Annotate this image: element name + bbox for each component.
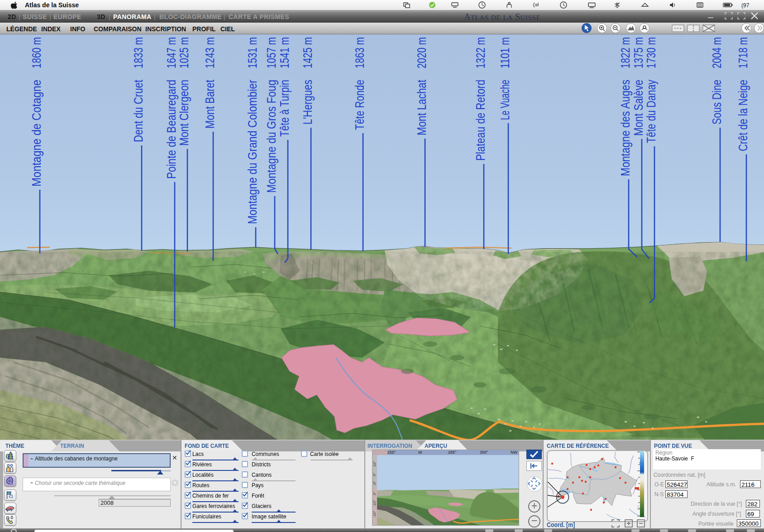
svg-text:2004 m: 2004 m xyxy=(710,37,724,68)
svg-text:Montagne de Cotagne: Montagne de Cotagne xyxy=(30,80,43,187)
svg-text:1375 m: 1375 m xyxy=(632,37,645,68)
svg-text:Dent du Cruet: Dent du Cruet xyxy=(132,80,145,142)
svg-text:Pointe de Beauregard: Pointe de Beauregard xyxy=(165,80,178,179)
svg-text:1860 m: 1860 m xyxy=(30,37,43,68)
svg-text:1822 m: 1822 m xyxy=(619,37,632,68)
svg-text:1322 m: 1322 m xyxy=(474,37,487,68)
svg-text:1718 m: 1718 m xyxy=(736,37,750,68)
svg-text:Montagne du Gros Foug: Montagne du Gros Foug xyxy=(265,80,278,193)
svg-text:Sous Dine: Sous Dine xyxy=(710,80,724,125)
svg-text:1647 m: 1647 m xyxy=(165,37,178,68)
svg-text:L'Hergues: L'Hergues xyxy=(301,80,315,125)
svg-text:Mont Lachat: Mont Lachat xyxy=(415,80,429,135)
svg-text:1833 m: 1833 m xyxy=(132,37,145,68)
svg-text:Tête du Danay: Tête du Danay xyxy=(645,80,658,143)
svg-text:1025 m: 1025 m xyxy=(177,37,191,68)
svg-text:(97: (97 xyxy=(741,2,750,9)
svg-text:1730 m: 1730 m xyxy=(645,37,658,68)
svg-text:1863 m: 1863 m xyxy=(353,37,367,68)
svg-text:Tête Ronde: Tête Ronde xyxy=(353,80,367,130)
svg-text:2020 m: 2020 m xyxy=(415,37,429,68)
svg-text:Mont Salève: Mont Salève xyxy=(632,80,645,136)
svg-text:Tête à Turpin: Tête à Turpin xyxy=(278,80,291,137)
svg-text:Mont Clergeon: Mont Clergeon xyxy=(177,80,191,146)
svg-text:1541 m: 1541 m xyxy=(278,37,291,68)
svg-text:1531 m: 1531 m xyxy=(246,37,259,68)
svg-text:Plateau de Retord: Plateau de Retord xyxy=(474,80,487,161)
svg-text:1101 m: 1101 m xyxy=(498,37,512,68)
svg-text:1425 m: 1425 m xyxy=(301,37,315,68)
svg-text:Mont Baret: Mont Baret xyxy=(203,80,217,129)
svg-text:Le Vuache: Le Vuache xyxy=(498,80,512,120)
svg-text:Crêt de la Neige: Crêt de la Neige xyxy=(736,80,750,151)
svg-text:Montagne des Auges: Montagne des Auges xyxy=(619,80,632,176)
svg-text:1243 m: 1243 m xyxy=(203,37,217,68)
svg-text:Montagne du Grand Colombier: Montagne du Grand Colombier xyxy=(246,80,259,224)
svg-text:1057 m: 1057 m xyxy=(265,37,278,68)
